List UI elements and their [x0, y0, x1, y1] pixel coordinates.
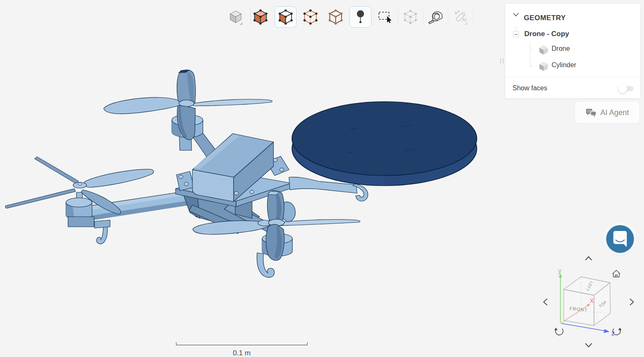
svg-text:AI: AI	[462, 17, 467, 22]
